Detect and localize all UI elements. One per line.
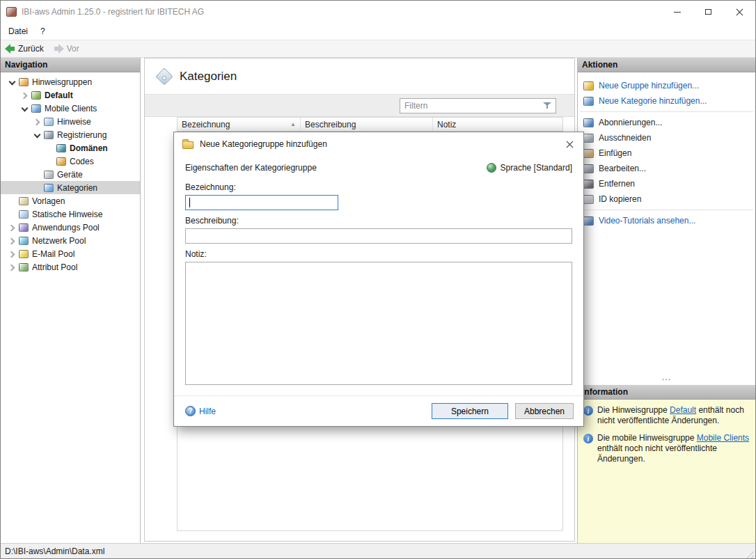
hint-groups-icon bbox=[19, 78, 29, 86]
tree-item-attribut-pool[interactable]: Attribut Pool bbox=[1, 260, 140, 274]
actions-separator bbox=[580, 111, 753, 112]
video-icon bbox=[583, 216, 594, 226]
new-category-group-dialog: Neue Kategoriegruppe hinzufügen Eigensch… bbox=[173, 132, 584, 427]
resize-grip-icon[interactable] bbox=[745, 549, 754, 558]
tree-item-netzwerk-pool[interactable]: Netzwerk Pool bbox=[1, 234, 140, 247]
forward-button[interactable]: Vor bbox=[54, 44, 79, 54]
expand-arrow-icon[interactable] bbox=[31, 116, 42, 127]
navigation-panel: Navigation HinweisgruppenDefaultMobile C… bbox=[1, 58, 141, 543]
client-group-icon bbox=[31, 91, 41, 100]
action-label: Neue Gruppe hinzufügen... bbox=[599, 81, 699, 90]
maximize-button[interactable] bbox=[693, 1, 724, 23]
app-icon bbox=[6, 7, 17, 17]
tree-item-label: Anwendungs Pool bbox=[32, 223, 100, 233]
forward-label: Vor bbox=[67, 44, 79, 54]
cancel-button[interactable]: Abbrechen bbox=[515, 403, 574, 419]
tree-item-hinweisgruppen[interactable]: Hinweisgruppen bbox=[1, 75, 140, 88]
hints-icon bbox=[44, 118, 54, 126]
app-window: IBI-aws Admin 1.25.0 - registriert für I… bbox=[0, 0, 756, 559]
expand-arrow-icon[interactable] bbox=[19, 90, 30, 101]
info-link-mobile-clients[interactable]: Mobile Clients bbox=[697, 433, 749, 443]
back-arrow-icon bbox=[5, 44, 15, 54]
tree-item-label: Kategorien bbox=[57, 183, 97, 193]
filter-funnel-icon[interactable] bbox=[543, 102, 551, 109]
application-pool-icon bbox=[19, 223, 29, 232]
minimize-button[interactable] bbox=[661, 1, 693, 23]
tree-item-kategorien[interactable]: Kategorien bbox=[1, 181, 140, 194]
tree-item-geraete[interactable]: Geräte bbox=[1, 168, 140, 181]
categories-icon bbox=[44, 184, 54, 192]
info-text: Die mobile Hinweisgruppe Mobile Clients … bbox=[597, 433, 750, 464]
column-header-beschreibung[interactable]: Beschreibung bbox=[301, 118, 433, 131]
information-list: Die Hinweisgruppe Default enthält noch n… bbox=[578, 400, 755, 543]
tree-item-e-mail-pool[interactable]: E-Mail Pool bbox=[1, 247, 140, 260]
action-neue-gruppe-hinzufuegen[interactable]: Neue Gruppe hinzufügen... bbox=[578, 78, 755, 93]
tree-item-label: Vorlagen bbox=[32, 196, 65, 206]
action-entfernen[interactable]: Entfernen bbox=[578, 176, 755, 191]
remove-icon bbox=[583, 180, 594, 189]
action-video-tutorials-ansehen[interactable]: Video-Tutorials ansehen... bbox=[578, 213, 755, 228]
filter-box bbox=[400, 98, 556, 113]
menu-item-help[interactable]: ? bbox=[34, 24, 52, 38]
paste-icon bbox=[583, 149, 594, 158]
tree-item-registrierung[interactable]: Registrierung bbox=[1, 128, 140, 141]
back-label: Zurück bbox=[18, 44, 44, 54]
action-neue-kategorie-hinzufuegen[interactable]: Neue Kategorie hinzufügen... bbox=[578, 93, 755, 109]
tree-item-anwendungs-pool[interactable]: Anwendungs Pool bbox=[1, 221, 140, 234]
tree-item-hinweise[interactable]: Hinweise bbox=[1, 115, 140, 128]
back-button[interactable]: Zurück bbox=[5, 44, 44, 54]
column-header-notiz[interactable]: Notiz bbox=[433, 118, 562, 131]
expand-arrow-icon[interactable] bbox=[6, 262, 17, 273]
status-bar: D:\IBI-aws\Admin\Data.xml bbox=[1, 543, 755, 558]
action-abonnierungen[interactable]: Abonnierungen... bbox=[578, 115, 755, 130]
action-id-kopieren[interactable]: ID kopieren bbox=[578, 191, 755, 207]
sort-ascending-icon: ▲ bbox=[290, 121, 296, 127]
close-button[interactable] bbox=[724, 1, 755, 23]
collapse-arrow-icon[interactable] bbox=[31, 129, 42, 141]
expand-arrow-icon[interactable] bbox=[6, 222, 17, 233]
help-link[interactable]: Hilfe bbox=[185, 406, 216, 416]
tree-item-codes[interactable]: Codes bbox=[1, 155, 140, 168]
tree-item-domaenen[interactable]: Domänen bbox=[1, 141, 140, 155]
text-caret bbox=[189, 198, 190, 207]
dialog-body: Eigenschaften der Kategoriegruppe Sprach… bbox=[174, 156, 583, 385]
tree-item-mobile-clients[interactable]: Mobile Clients bbox=[1, 102, 140, 115]
filter-input[interactable] bbox=[400, 101, 543, 111]
menu-item-datei[interactable]: Datei bbox=[2, 24, 34, 38]
tree-item-label: Domänen bbox=[70, 143, 108, 153]
action-label: Ausschneiden bbox=[599, 133, 651, 143]
tree-indent bbox=[44, 156, 55, 167]
dialog-close-button[interactable] bbox=[560, 134, 579, 154]
actions-separator bbox=[580, 210, 753, 210]
tree-indent bbox=[6, 209, 17, 220]
static-hints-icon bbox=[19, 210, 29, 219]
collapse-arrow-icon[interactable] bbox=[6, 77, 17, 88]
action-ausschneiden[interactable]: Ausschneiden bbox=[578, 130, 755, 145]
tree-item-default[interactable]: Default bbox=[1, 88, 140, 102]
column-label: Notiz bbox=[437, 120, 456, 129]
save-button[interactable]: Speichern bbox=[432, 403, 508, 419]
tree-item-vorlagen[interactable]: Vorlagen bbox=[1, 194, 140, 207]
collapse-arrow-icon[interactable] bbox=[19, 103, 30, 114]
tree-item-label: Netzwerk Pool bbox=[32, 236, 86, 246]
action-einfuegen[interactable]: Einfügen bbox=[578, 145, 755, 161]
tree-item-label: Hinweise bbox=[57, 117, 91, 127]
page-title: Kategorien bbox=[180, 70, 237, 84]
column-header-bezeichnung[interactable]: Bezeichnung ▲ bbox=[178, 118, 301, 131]
new-group-icon bbox=[583, 81, 594, 90]
column-label: Beschreibung bbox=[305, 120, 356, 129]
language-selector[interactable]: Sprache [Standard] bbox=[487, 163, 572, 173]
tree-indent bbox=[6, 196, 17, 207]
notiz-field[interactable] bbox=[185, 262, 572, 385]
action-bearbeiten[interactable]: Bearbeiten... bbox=[578, 161, 755, 176]
info-link-default[interactable]: Default bbox=[670, 405, 696, 415]
tree-item-statische-hinweise[interactable]: Statische Hinweise bbox=[1, 207, 140, 221]
info-text: Die Hinweisgruppe Default enthält noch n… bbox=[597, 405, 750, 426]
beschreibung-field[interactable] bbox=[185, 228, 572, 244]
toolbar: Zurück Vor bbox=[1, 40, 755, 58]
expand-arrow-icon[interactable] bbox=[6, 235, 17, 246]
bezeichnung-field[interactable] bbox=[185, 195, 338, 210]
panel-splitter-grip[interactable]: ... bbox=[578, 375, 755, 385]
tree-item-label: Registrierung bbox=[57, 130, 107, 140]
expand-arrow-icon[interactable] bbox=[6, 249, 17, 260]
